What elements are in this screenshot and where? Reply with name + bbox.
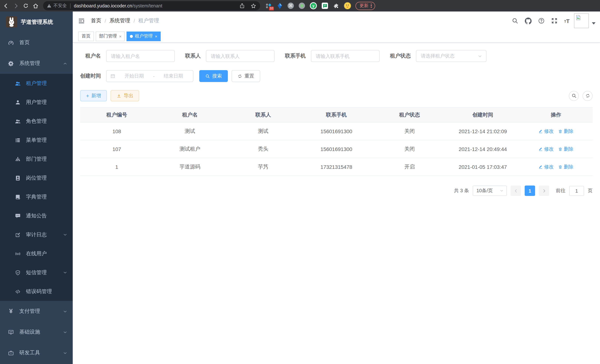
extension-command-icon[interactable]: ⌘ — [288, 3, 294, 9]
table-header-row: 租户编号 租户名 联系人 联系手机 租户状态 创建时间 操作 — [80, 108, 593, 122]
sidebar-toggle-icon[interactable] — [78, 17, 85, 24]
reload-icon[interactable] — [23, 3, 28, 9]
home-icon[interactable] — [33, 3, 38, 9]
trash-icon — [558, 165, 563, 169]
cell-name: 测试 — [153, 128, 227, 134]
status-select[interactable]: 请选择租户状态 — [416, 50, 487, 62]
extension-recorder-icon[interactable] — [299, 3, 305, 9]
share-icon[interactable] — [239, 3, 245, 9]
close-icon[interactable]: × — [155, 34, 157, 38]
filter-label: 联系手机 — [285, 53, 306, 59]
security-label: 不安全 — [53, 3, 67, 9]
bookmark-star-icon[interactable] — [251, 3, 256, 9]
edit-link[interactable]: 修改 — [539, 163, 554, 170]
browser-nav-group — [3, 3, 38, 9]
sidebar-item-system[interactable]: 系统管理 — [0, 53, 73, 74]
edit-link[interactable]: 修改 — [539, 128, 554, 134]
reset-label: 重置 — [244, 73, 254, 79]
toggle-search-button[interactable] — [569, 91, 579, 101]
sidebar-logo[interactable]: 芋道管理系统 — [0, 11, 73, 32]
extension-yuque-icon[interactable]: y — [310, 2, 317, 9]
sidebar-item-tenant[interactable]: 租户管理 — [0, 74, 73, 93]
breadcrumb-system[interactable]: 系统管理 — [110, 18, 130, 24]
sidebar-item-audit-log[interactable]: 审计日志 — [0, 225, 73, 244]
delete-link[interactable]: 删除 — [558, 146, 573, 152]
sidebar-item-online-users[interactable]: 在线用户 — [0, 244, 73, 263]
delete-link[interactable]: 删除 — [558, 163, 573, 170]
date-separator: - — [153, 73, 155, 79]
tab-label: 首页 — [82, 33, 91, 39]
github-icon[interactable] — [525, 17, 532, 24]
export-button[interactable]: 导出 — [111, 90, 139, 101]
gear-icon — [8, 60, 14, 67]
breadcrumb-home[interactable]: 首页 — [91, 18, 101, 24]
sidebar-item-dev-tools[interactable]: 研发工具 — [0, 343, 73, 363]
sidebar-item-menus[interactable]: 菜单管理 — [0, 131, 73, 149]
page-size-select[interactable]: 10条/页 — [473, 186, 507, 196]
search-button[interactable]: 搜索 — [199, 70, 228, 82]
help-icon[interactable] — [538, 18, 545, 24]
delete-link[interactable]: 删除 — [558, 128, 573, 134]
back-icon[interactable] — [3, 3, 9, 9]
close-icon[interactable]: × — [119, 34, 122, 38]
page-number-1[interactable]: 1 — [525, 186, 535, 196]
sidebar-item-departments[interactable]: 部门管理 — [0, 149, 73, 168]
chevron-up-icon — [63, 61, 67, 66]
next-page-button[interactable] — [539, 186, 549, 196]
page-size-value: 10条/页 — [477, 187, 493, 194]
column-header-id: 租户编号 — [80, 112, 153, 118]
sidebar-item-infrastructure[interactable]: 基础设施 — [0, 322, 73, 343]
url-text: dashboard.yudao.iocoder.cn/system/tenant — [74, 3, 162, 8]
tab-home[interactable]: 首页 — [78, 31, 94, 41]
sidebar-item-users[interactable]: 用户管理 — [0, 93, 73, 112]
security-indicator[interactable]: 不安全 — [47, 3, 67, 9]
goto-page-input[interactable] — [569, 186, 584, 196]
avatar-caret-icon[interactable] — [592, 22, 596, 25]
start-date-placeholder[interactable]: 开始日期 — [118, 73, 150, 79]
sidebar-item-label: 错误码管理 — [26, 288, 52, 295]
header-search-icon[interactable] — [512, 18, 519, 24]
briefcase-icon — [8, 350, 14, 356]
sidebar-item-dict[interactable]: 字典管理 — [0, 187, 73, 206]
add-button[interactable]: + 新增 — [80, 90, 107, 101]
yen-icon: ¥ — [8, 308, 14, 315]
address-bar[interactable]: 不安全 dashboard.yudao.iocoder.cn/system/te… — [43, 1, 260, 10]
extension-chat-icon[interactable] — [322, 3, 328, 9]
font-size-icon[interactable]: TT — [564, 18, 570, 24]
tenants-icon — [15, 80, 21, 86]
date-range-picker[interactable]: 开始日期 - 结束日期 — [106, 70, 193, 82]
phone-input[interactable] — [311, 50, 380, 62]
edit-link[interactable]: 修改 — [539, 146, 554, 152]
tenant-name-input[interactable] — [106, 50, 175, 62]
sidebar-item-notice[interactable]: 通知公告 — [0, 206, 73, 225]
cell-phone: 15601691300 — [300, 146, 373, 152]
profile-avatar-icon[interactable] — [344, 2, 351, 9]
screenshot-root: 不安全 dashboard.yudao.iocoder.cn/system/te… — [0, 0, 600, 364]
extensions-puzzle-icon[interactable] — [333, 3, 339, 9]
extension-kite-icon[interactable] — [276, 3, 283, 9]
contact-input[interactable] — [206, 50, 275, 62]
shield-icon — [15, 270, 21, 276]
sidebar-item-error-codes[interactable]: 错误码管理 — [0, 282, 73, 301]
sidebar-item-home[interactable]: 首页 — [0, 32, 73, 53]
sidebar-item-label: 系统管理 — [19, 60, 40, 67]
sidebar-item-payment[interactable]: ¥ 支付管理 — [0, 301, 73, 322]
extension-boxes-icon[interactable]: 10 — [265, 3, 272, 9]
browser-update-button[interactable]: 更新 — [356, 2, 375, 10]
filter-created: 创建时间 开始日期 - 结束日期 — [80, 70, 193, 82]
forward-icon[interactable] — [13, 3, 19, 9]
reset-button[interactable]: 重置 — [232, 70, 260, 82]
sidebar-item-sms[interactable]: 短信管理 — [0, 263, 73, 282]
browser-menu-icon[interactable] — [371, 4, 372, 8]
end-date-placeholder[interactable]: 结束日期 — [158, 73, 189, 79]
navbar-actions: TT — [512, 17, 570, 24]
sidebar-item-roles[interactable]: 角色管理 — [0, 112, 73, 131]
user-avatar[interactable] — [574, 13, 589, 28]
tab-tenant-active[interactable]: 租户管理 × — [127, 31, 161, 41]
cell-contact: 测试 — [226, 128, 300, 134]
refresh-table-button[interactable] — [582, 91, 593, 101]
prev-page-button[interactable] — [511, 186, 521, 196]
sidebar-item-posts[interactable]: 岗位管理 — [0, 168, 73, 187]
tab-departments[interactable]: 部门管理 × — [96, 31, 125, 41]
fullscreen-icon[interactable] — [551, 18, 558, 24]
